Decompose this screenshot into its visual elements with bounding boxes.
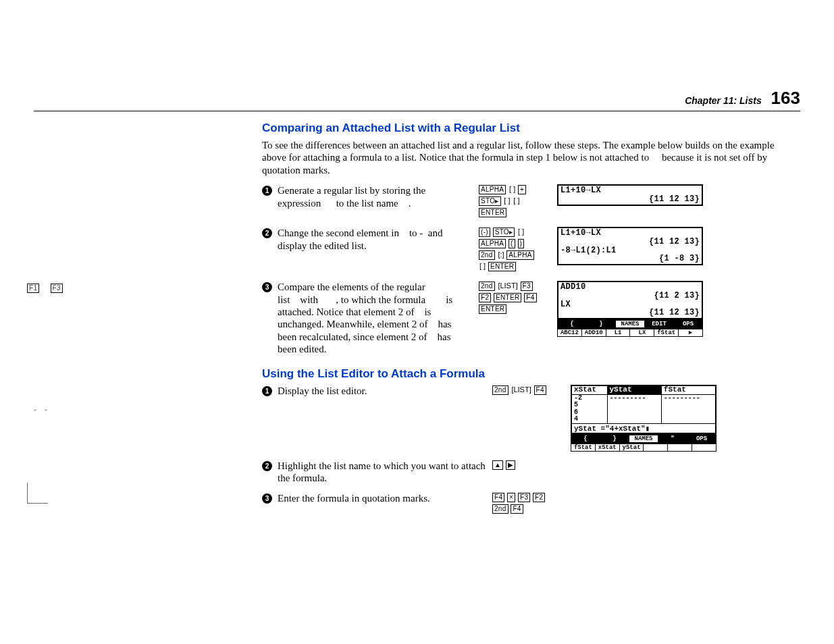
editor-column-header: xStat (572, 386, 607, 394)
calc-softkeys-bottom: ABC12ADD10L1LXfStat▶ (557, 328, 703, 337)
key-bracket: [LIST] (498, 281, 517, 290)
editor-cell (661, 409, 715, 417)
editor-cell (607, 409, 661, 417)
key-bracket: [ ] (479, 262, 486, 270)
step-screen: L1+10→LX{11 12 13} (557, 184, 703, 205)
calc-key: STO▸ (479, 196, 501, 206)
step-key-sequence: 2nd [LIST] F4 (492, 385, 568, 396)
calc-key: × (507, 493, 515, 502)
step-item: 3 Enter the formula in quotation marks. … (262, 492, 800, 515)
step-number: 3 (262, 493, 272, 504)
step-item: 2 Change the second element in to ‑ and … (262, 227, 800, 273)
editor-column-header: yStat (607, 386, 661, 394)
calc-key: 2nd (492, 385, 509, 395)
calc-key: ▲ (492, 460, 503, 470)
step-item: 2 Highlight the list name to which you w… (262, 460, 800, 485)
header-rule (34, 111, 800, 111)
calc-key: F4 (524, 293, 536, 302)
calc-key: + (518, 185, 526, 194)
page-number: 163 (771, 88, 800, 108)
calc-key: ▶ (506, 460, 515, 470)
step-text: Generate a regular list by storing the e… (278, 184, 479, 209)
calc-key: ENTER (488, 262, 516, 271)
editor-cell: --------- (661, 394, 715, 402)
calc-key: ENTER (479, 208, 506, 217)
editor-softkeys-top: {}NAMES"OPS (571, 434, 716, 443)
calc-key: 2nd (479, 250, 495, 260)
step-number: 2 (262, 228, 272, 238)
steps-comparing: 1 Generate a regular list by storing the… (262, 184, 800, 355)
calc-key: F2 (479, 293, 491, 302)
section-title-comparing: Comparing an Attached List with a Regula… (262, 122, 800, 135)
calc-key: STO▸ (493, 227, 515, 237)
step-key-sequence: ▲ ▶ (492, 460, 568, 471)
section-title-editor: Using the List Editor to Attach a Formul… (262, 367, 800, 381)
step-key-sequence: (-) STO▸ [ ]ALPHA ( )2nd [:] ALPHA[ ] EN… (479, 227, 554, 273)
editor-cell: 4 (572, 416, 607, 423)
calc-key: (-) (479, 227, 490, 237)
editor-formula-line: yStat ="4+xStat"▮ (572, 423, 715, 433)
step-key-sequence: ALPHA [ ] +STO▸ [ ] [ ]ENTER (479, 184, 554, 219)
list-editor-screen: xStatyStatfStat-2------------------564yS… (571, 385, 716, 452)
editor-cell (661, 416, 715, 423)
step-number: 1 (262, 186, 272, 196)
step-text: Highlight the list name to which you wan… (278, 460, 492, 485)
step-key-sequence: F4 × F3 F22nd F4 (492, 492, 568, 515)
key-bracket: [ ] (509, 185, 515, 193)
calc-key: ENTER (494, 293, 521, 302)
calc-screen: L1+10→LX{11 12 13} (557, 184, 703, 205)
key-bracket: [LIST] (511, 385, 531, 394)
calc-key: ) (518, 239, 525, 248)
calc-key: F3 (518, 493, 530, 502)
calc-key: ( (509, 239, 515, 248)
margin-key-hints: F1 F3 (27, 284, 63, 294)
calc-key: F3 (521, 281, 533, 291)
running-header: Chapter 11: Lists 163 (685, 88, 800, 109)
key-bracket: [ ] (504, 196, 510, 205)
step-text: Change the second element in to ‑ and di… (278, 227, 479, 252)
step-key-sequence: 2nd [LIST] F3F2 ENTER F4ENTER (479, 281, 554, 315)
calc-key: F4 (511, 504, 523, 514)
calc-screen: ADD10{11 2 13}LX{11 12 13} (557, 281, 703, 319)
editor-cell (607, 416, 661, 423)
step-number: 3 (262, 282, 272, 292)
section-body-comparing: To see the differences between an attach… (262, 139, 800, 176)
chapter-label: Chapter 11: Lists (685, 95, 762, 106)
key-bracket: [ ] (518, 227, 524, 236)
calc-key: ALPHA (479, 185, 506, 194)
step-text: Enter the formula in quotation marks. (278, 492, 492, 504)
step-text: Display the list editor. (278, 385, 492, 397)
list-editor-grid: xStatyStatfStat-2------------------564yS… (571, 385, 716, 434)
step-item: 3 Compare the elements of the regular li… (262, 281, 800, 355)
step-screen: ADD10{11 2 13}LX{11 12 13}{}NAMESEDITOPS… (557, 281, 703, 336)
editor-cell (607, 402, 661, 409)
margin-dashes: -- (34, 405, 55, 415)
step-screen: L1+10→LX{11 12 13}-8→L1(2):L1{1 -8 3} (557, 227, 703, 265)
calc-softkeys-top: {}NAMESEDITOPS (557, 319, 703, 328)
calc-key: F2 (533, 493, 545, 502)
margin-key-f1: F1 (27, 284, 39, 293)
editor-cell (661, 402, 715, 409)
key-bracket: [:] (498, 250, 504, 259)
calc-key: F4 (534, 385, 546, 395)
editor-cell: --------- (607, 394, 661, 402)
steps-editor: 1 Display the list editor. 2nd [LIST] F4… (262, 385, 800, 515)
margin-key-f3: F3 (51, 284, 63, 293)
step-item: 1 Generate a regular list by storing the… (262, 184, 800, 219)
calc-screen: L1+10→LX{11 12 13}-8→L1(2):L1{1 -8 3} (557, 227, 703, 265)
calc-key: 2nd (492, 504, 509, 514)
step-number: 2 (262, 461, 272, 471)
calc-key: ALPHA (479, 239, 506, 248)
step-text: Compare the elements of the regular list… (278, 281, 479, 355)
calc-key: F4 (492, 493, 504, 502)
step-item: 1 Display the list editor. 2nd [LIST] F4… (262, 385, 800, 452)
editor-softkeys-bottom: fStatxStatyStat (571, 443, 716, 452)
key-bracket: [ ] (513, 196, 519, 205)
editor-column-header: fStat (661, 386, 715, 394)
step-number: 1 (262, 386, 272, 396)
calc-key: ENTER (479, 304, 506, 314)
calc-key: 2nd (479, 281, 495, 291)
crop-mark (27, 483, 48, 504)
calc-key: ALPHA (506, 250, 533, 260)
